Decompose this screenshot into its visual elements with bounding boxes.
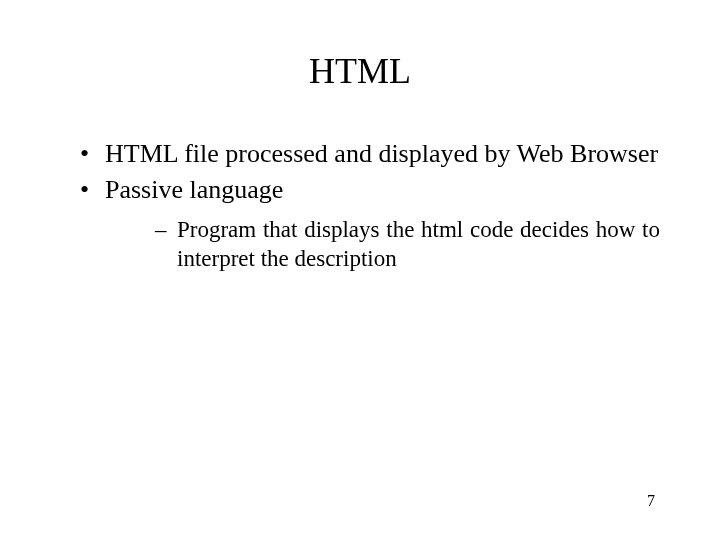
bullet-list: HTML file processed and displayed by Web…: [60, 137, 660, 274]
sub-bullet-text: Program that displays the html code deci…: [177, 217, 660, 272]
page-number: 7: [647, 492, 655, 510]
bullet-item: HTML file processed and displayed by Web…: [80, 137, 660, 171]
sub-bullet-list: Program that displays the html code deci…: [105, 215, 660, 275]
slide-title: HTML: [60, 50, 660, 92]
bullet-item: Passive language Program that displays t…: [80, 173, 660, 275]
bullet-text: Passive language: [105, 175, 283, 204]
bullet-text: HTML file processed and displayed by Web…: [105, 139, 658, 168]
sub-bullet-item: Program that displays the html code deci…: [155, 215, 660, 275]
